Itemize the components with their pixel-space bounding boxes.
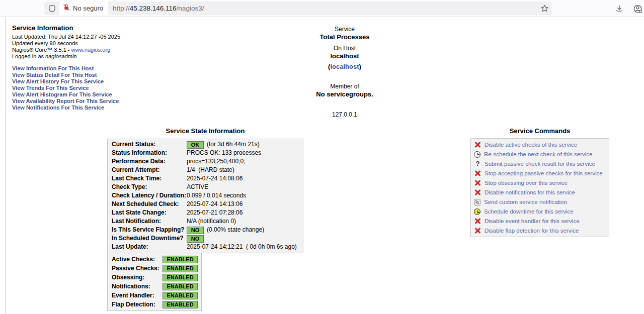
command-row[interactable]: Send custom service notification	[471, 198, 609, 205]
status-badge: OK	[187, 141, 204, 149]
state-row-label: Current Attempt:	[108, 166, 187, 174]
command-link[interactable]: Disable event handler for this service	[485, 218, 580, 224]
state-row-value: 0.099 / 0.014 seconds	[187, 191, 303, 200]
state-row-text: 2025-07-21 07:28:06	[187, 209, 243, 216]
member-of-label: Member of	[274, 82, 415, 90]
command-icon	[474, 141, 481, 148]
account-icon[interactable]	[631, 2, 644, 15]
state-row: Check Type: ACTIVE	[108, 183, 303, 191]
command-icon	[474, 227, 481, 234]
command-icon	[474, 218, 481, 225]
enabled-badge: ENABLED	[163, 256, 198, 263]
state-row-text: 2025-07-24 14:12:21 ( 0d 0h 0m 6s ago)	[187, 243, 297, 250]
state-row-value: OK(for 3d 6h 44m 21s)	[187, 140, 303, 149]
service-label: Service	[274, 25, 415, 33]
state-row: Performance Data: procs=133;250;400;0;	[108, 157, 303, 166]
logged-in-user: nagiosadmin	[45, 53, 76, 59]
command-link[interactable]: Submit passive check result for this ser…	[485, 161, 595, 167]
status-badge: NO	[187, 227, 204, 234]
enabled-badge: ENABLED	[163, 265, 198, 272]
nav-link[interactable]: View Trends For This Service	[12, 85, 119, 91]
address-bar[interactable]: No seguro http://45.238.146.116/nagios3/	[44, 2, 552, 15]
nav-link[interactable]: View Information For This Host	[12, 65, 119, 72]
state-row: Last Notification: N/A (notification 0)	[108, 217, 303, 226]
status-badge: NO	[187, 235, 204, 243]
nagios-org-link[interactable]: www.nagios.org	[71, 47, 111, 53]
state-row-value: NO	[187, 234, 303, 243]
logged-in-text: Logged in as nagiosadmin	[12, 53, 120, 60]
enabled-badge: ENABLED	[163, 292, 198, 299]
url-text[interactable]: http://45.238.146.116/nagios3/	[113, 5, 537, 12]
bookmark-star-icon[interactable]	[537, 2, 552, 15]
state-row-text: 2025-07-24 14:08:06	[187, 175, 243, 182]
command-row[interactable]: Disable active checks of this service	[471, 141, 609, 148]
state-table-title: Service State Information	[107, 127, 303, 135]
enabled-badge: ENABLED	[163, 274, 198, 281]
check-row: Event Handler: ENABLED	[108, 291, 201, 300]
url-path: /nagios3/	[177, 5, 204, 12]
command-link[interactable]: Disable notifications for this service	[485, 189, 575, 195]
state-row-label: Performance Data:	[108, 157, 187, 166]
check-row: Flap Detection: ENABLED	[108, 300, 201, 309]
command-icon	[474, 208, 480, 215]
command-row[interactable]: Re-schedule the next check of this servi…	[471, 151, 609, 158]
state-row-label: Next Scheduled Check:	[108, 200, 187, 208]
command-link[interactable]: Schedule downtime for this service	[484, 208, 574, 215]
command-icon	[474, 151, 480, 158]
state-row-label: Last Check Time:	[108, 174, 187, 183]
state-row-text: ACTIVE	[187, 183, 208, 190]
member-of-value: No servicegroups.	[274, 90, 415, 98]
check-row-label: Flap Detection:	[108, 301, 163, 308]
command-row[interactable]: Submit passive check result for this ser…	[471, 160, 609, 167]
command-row[interactable]: Schedule downtime for this service	[471, 208, 609, 215]
state-row: Last Check Time: 2025-07-24 14:08:06	[108, 174, 303, 183]
command-link[interactable]: Disable flap detection for this service	[485, 228, 579, 234]
command-row[interactable]: Disable notifications for this service	[471, 189, 609, 196]
state-row-text: 2025-07-24 14:13:06	[187, 200, 243, 207]
command-link[interactable]: Disable active checks of this service	[485, 142, 577, 148]
service-state-table: Current Status: OK(for 3d 6h 44m 21s) St…	[107, 139, 303, 253]
command-row[interactable]: Disable event handler for this service	[471, 218, 609, 225]
nav-links: View Information For This Host View Stat…	[12, 65, 119, 111]
state-row-label: Current Status:	[108, 140, 187, 149]
command-icon	[474, 179, 481, 186]
nav-link[interactable]: View Status Detail For This Host	[12, 72, 119, 78]
nav-link[interactable]: View Notifications For This Service	[12, 104, 119, 111]
state-row-value: N/A (notification 0)	[187, 217, 303, 226]
check-row-label: Notifications:	[108, 283, 163, 290]
command-link[interactable]: Send custom service notification	[484, 199, 567, 205]
command-row[interactable]: Stop accepting passive checks for this s…	[471, 170, 609, 177]
state-row-value: 2025-07-24 14:08:06	[187, 174, 303, 183]
state-row-text: PROCS OK: 133 processes	[187, 149, 261, 156]
state-row-label: In Scheduled Downtime?	[108, 234, 187, 243]
service-commands-box: Disable active checks of this service Re…	[470, 138, 609, 237]
command-link[interactable]: Stop obsessing over this service	[485, 180, 568, 186]
command-row[interactable]: Stop obsessing over this service	[471, 179, 609, 186]
url-scheme: http://	[113, 5, 130, 12]
nav-link[interactable]: View Availability Report For This Servic…	[12, 98, 119, 104]
commands-title: Service Commands	[470, 127, 609, 135]
command-row[interactable]: Disable flap detection for this service	[471, 227, 609, 234]
service-information-block: Service Information Last Updated: Thu Ju…	[12, 24, 120, 60]
site-security-chip[interactable]: No seguro	[59, 2, 108, 15]
host-link[interactable]: localhost	[330, 63, 359, 70]
command-link[interactable]: Re-schedule the next check of this servi…	[484, 151, 592, 157]
shield-permissions-icon[interactable]	[44, 2, 59, 15]
check-row-label: Event Handler:	[108, 292, 163, 299]
state-row-text: 0.099 / 0.014 seconds	[187, 192, 246, 199]
command-link[interactable]: Stop accepting passive checks for this s…	[485, 170, 603, 176]
state-row: Current Status: OK(for 3d 6h 44m 21s)	[108, 140, 303, 149]
state-row-label: Last Update:	[108, 243, 187, 251]
nav-link[interactable]: View Alert Histogram For This Service	[12, 91, 119, 98]
state-row: Last Update: 2025-07-24 14:12:21 ( 0d 0h…	[108, 243, 303, 251]
downloads-icon[interactable]	[613, 2, 626, 15]
enabled-badge: ENABLED	[163, 301, 198, 308]
state-row-value: 2025-07-24 14:13:06	[187, 200, 303, 208]
state-row-text: (for 3d 6h 44m 21s)	[207, 141, 260, 148]
browser-window: No seguro http://45.238.146.116/nagios3/…	[0, 0, 644, 314]
on-host-label: On Host	[274, 44, 415, 52]
nav-link[interactable]: View Alert History For This Service	[12, 78, 119, 85]
version-text: Nagios® Core™ 3.5.1 - www.nagios.org	[12, 47, 120, 53]
host-name: localhost	[274, 52, 415, 60]
checks-table: Active Checks: ENABLED Passive Checks: E…	[107, 253, 202, 311]
